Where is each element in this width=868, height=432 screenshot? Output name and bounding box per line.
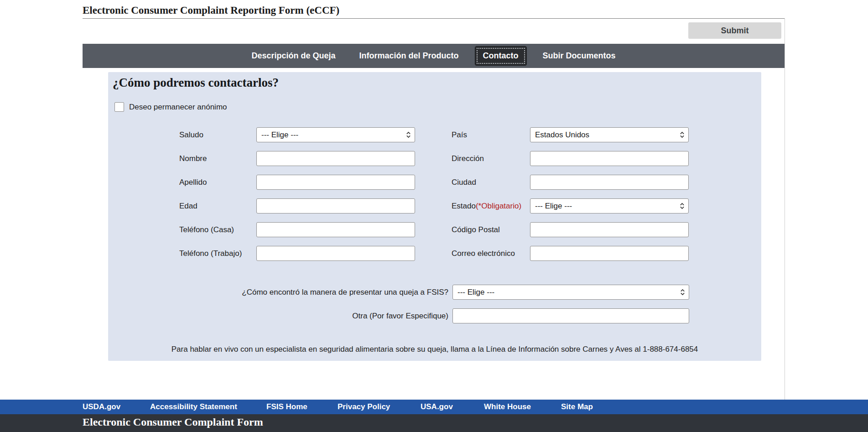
tab-informacion-del-producto[interactable]: Información del Producto [359, 51, 459, 61]
footer-brand: Electronic Consumer Complaint Form [83, 416, 263, 428]
select-chevrons-icon [680, 288, 685, 296]
ciudad-label: Ciudad [452, 178, 530, 187]
pais-row: País Estados Unidos [452, 127, 689, 142]
estado-select-value: --- Elige --- [535, 202, 572, 211]
correo-electronico-row: Correo electrónico [452, 246, 689, 261]
form-tab-bar: Descripción de Queja Información del Pro… [83, 44, 785, 68]
footer-link-site-map[interactable]: Site Map [561, 400, 593, 414]
saludo-label: Saludo [179, 130, 256, 140]
direccion-row: Dirección [452, 151, 689, 166]
title-divider [83, 18, 785, 19]
edad-row: Edad [179, 198, 415, 213]
other-specify-label: Otra (Por favor Especifique) [108, 312, 448, 321]
saludo-select-value: --- Elige --- [261, 130, 298, 140]
estado-row: Estado(*Obligatario) --- Elige --- [452, 198, 689, 213]
estado-select[interactable]: --- Elige --- [530, 198, 689, 213]
edad-label: Edad [179, 202, 256, 211]
footer-link-fsis-home[interactable]: FSIS Home [266, 400, 307, 414]
codigo-postal-label: Código Postal [452, 225, 530, 234]
page-title: Electronic Consumer Complaint Reporting … [83, 5, 339, 16]
telefono-casa-input[interactable] [256, 222, 415, 237]
other-specify-row: Otra (Por favor Especifique) [108, 308, 761, 323]
other-specify-input[interactable] [452, 308, 689, 323]
footer-link-accessibility-statement[interactable]: Accessibility Statement [150, 400, 237, 414]
correo-electronico-label: Correo electrónico [452, 249, 530, 258]
footer-links-bar: USDA.gov Accessibility Statement FSIS Ho… [0, 400, 868, 414]
codigo-postal-input[interactable] [530, 222, 689, 237]
how-found-select[interactable]: --- Elige --- [452, 285, 689, 300]
direccion-input[interactable] [530, 151, 689, 166]
footer-brand-bar: Electronic Consumer Complaint Form [0, 414, 868, 432]
estado-label: Estado(*Obligatario) [452, 202, 530, 211]
apellido-label: Apellido [179, 178, 256, 187]
telefono-trabajo-label: Teléfono (Trabajo) [179, 249, 256, 258]
hotline-note: Para hablar en vivo con un especialista … [108, 345, 761, 354]
contact-right-column: País Estados Unidos Dirección Ciudad Est… [452, 127, 689, 270]
contact-form-panel: ¿Cómo podremos contactarlos? Deseo perma… [108, 72, 761, 361]
how-found-select-value: --- Elige --- [457, 288, 494, 297]
footer-link-usda-gov[interactable]: USDA.gov [83, 400, 120, 414]
tab-contacto[interactable]: Contacto [475, 46, 527, 66]
anonymous-checkbox-label: Deseo permanecer anónimo [129, 103, 227, 112]
direccion-label: Dirección [452, 154, 530, 163]
anonymous-checkbox[interactable] [114, 102, 124, 112]
telefono-casa-label: Teléfono (Casa) [179, 225, 256, 234]
correo-electronico-input[interactable] [530, 246, 689, 261]
telefono-trabajo-input[interactable] [256, 246, 415, 261]
pais-label: País [452, 130, 530, 140]
apellido-input[interactable] [256, 175, 415, 190]
contact-left-column: Saludo --- Elige --- Nombre Apellido Eda… [179, 127, 415, 270]
apellido-row: Apellido [179, 175, 415, 190]
telefono-trabajo-row: Teléfono (Trabajo) [179, 246, 415, 261]
how-found-label: ¿Cómo encontró la manera de presentar un… [108, 288, 448, 297]
nombre-label: Nombre [179, 154, 256, 163]
tab-descripcion-de-queja[interactable]: Descripción de Queja [251, 51, 335, 61]
pais-select-value: Estados Unidos [535, 130, 589, 140]
select-chevrons-icon [680, 131, 685, 139]
saludo-row: Saludo --- Elige --- [179, 127, 415, 142]
nombre-row: Nombre [179, 151, 415, 166]
select-chevrons-icon [406, 131, 411, 139]
footer-link-usa-gov[interactable]: USA.gov [421, 400, 453, 414]
codigo-postal-row: Código Postal [452, 222, 689, 237]
eccf-page: Electronic Consumer Complaint Reporting … [0, 0, 868, 432]
submit-button[interactable]: Submit [688, 22, 781, 39]
ciudad-input[interactable] [530, 175, 689, 190]
edad-input[interactable] [256, 198, 415, 213]
how-found-row: ¿Cómo encontró la manera de presentar un… [108, 285, 761, 300]
tab-subir-documentos[interactable]: Subir Documentos [543, 51, 616, 61]
telefono-casa-row: Teléfono (Casa) [179, 222, 415, 237]
nombre-input[interactable] [256, 151, 415, 166]
anonymous-row: Deseo permanecer anónimo [114, 102, 227, 112]
footer-link-white-house[interactable]: White House [484, 400, 531, 414]
section-heading: ¿Cómo podremos contactarlos? [113, 76, 279, 90]
select-chevrons-icon [680, 202, 685, 210]
estado-required-note: (*Obligatario) [476, 202, 521, 210]
ciudad-row: Ciudad [452, 175, 689, 190]
footer-link-privacy-policy[interactable]: Privacy Policy [338, 400, 390, 414]
pais-select[interactable]: Estados Unidos [530, 127, 689, 142]
content-right-border [785, 18, 785, 400]
saludo-select[interactable]: --- Elige --- [256, 127, 415, 142]
